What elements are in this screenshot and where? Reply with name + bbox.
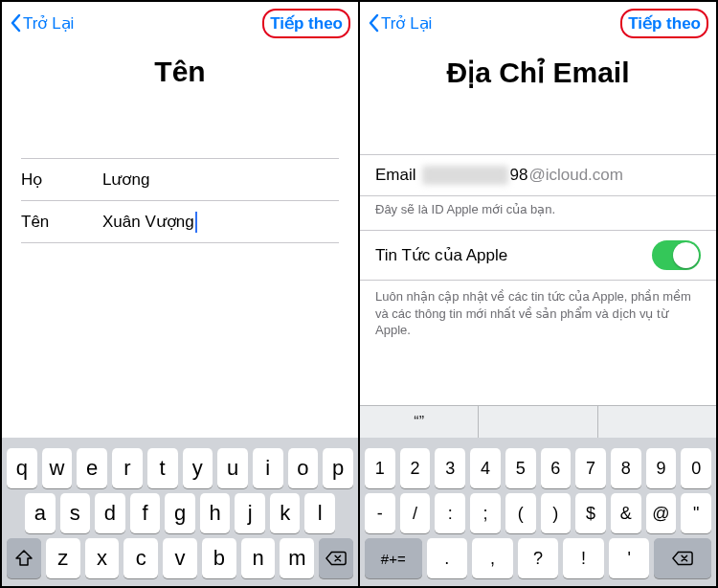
key-&[interactable]: & <box>611 493 641 533</box>
keyboard-suggestions[interactable]: “” <box>360 405 716 438</box>
screen-name-entry: Trở Lại Tiếp theo Tên Họ Lương Tên Xuân … <box>2 2 358 586</box>
backspace-key[interactable] <box>319 538 353 578</box>
key-,[interactable]: , <box>472 538 513 578</box>
back-label: Trở Lại <box>23 13 74 34</box>
key-@[interactable]: @ <box>646 493 677 533</box>
email-redacted <box>422 166 508 185</box>
toggle-description: Luôn nhận cập nhật về các tin tức của Ap… <box>360 281 716 347</box>
email-visible-suffix: 98 <box>510 166 528 185</box>
key-y[interactable]: y <box>183 448 213 488</box>
key-j[interactable]: j <box>235 493 265 533</box>
kb-row2: asdfghjkl <box>7 493 353 533</box>
shift-key[interactable] <box>7 538 41 578</box>
back-button[interactable]: Trở Lại <box>368 13 432 34</box>
key-i[interactable]: i <box>253 448 283 488</box>
apple-news-row: Tin Tức của Apple <box>360 230 716 281</box>
lastname-value[interactable]: Lương <box>102 170 339 190</box>
key-b[interactable]: b <box>202 538 236 578</box>
key-![interactable]: ! <box>563 538 604 578</box>
backspace-icon <box>325 550 347 567</box>
firstname-value[interactable]: Xuân Vượng <box>102 212 339 233</box>
kb-row3: #+=.,?!' <box>365 538 711 578</box>
lastname-row[interactable]: Họ Lương <box>21 159 339 201</box>
key-l[interactable]: l <box>304 493 335 533</box>
backspace-key[interactable] <box>654 538 711 578</box>
firstname-label: Tên <box>21 213 102 232</box>
email-row[interactable]: Email 98 @icloud.com <box>360 155 716 195</box>
key-.[interactable]: . <box>427 538 468 578</box>
key-n[interactable]: n <box>241 538 276 578</box>
key-h[interactable]: h <box>200 493 231 533</box>
next-button[interactable]: Tiếp theo <box>262 9 350 38</box>
key-q[interactable]: q <box>7 448 37 488</box>
email-domain: @icloud.com <box>528 166 623 185</box>
suggestion[interactable]: “” <box>360 406 478 438</box>
keyboard-qwerty[interactable]: qwertyuiop asdfghjkl zxcvbnm <box>2 438 358 586</box>
suggestion[interactable] <box>597 406 716 438</box>
keyboard-numeric[interactable]: 1234567890 -/:;()$&@" #+=.,?!' <box>360 438 716 586</box>
key-:[interactable]: : <box>435 493 465 533</box>
key-?[interactable]: ? <box>518 538 559 578</box>
key-z[interactable]: z <box>46 538 80 578</box>
back-button[interactable]: Trở Lại <box>10 13 74 34</box>
key-v[interactable]: v <box>163 538 197 578</box>
key-9[interactable]: 9 <box>646 448 677 488</box>
key-f[interactable]: f <box>130 493 161 533</box>
key-'[interactable]: ' <box>609 538 650 578</box>
kb-row2: -/:;()$&@" <box>365 493 711 533</box>
key-#+=[interactable]: #+= <box>365 538 422 578</box>
key-2[interactable]: 2 <box>400 448 431 488</box>
chevron-left-icon <box>368 13 379 33</box>
navbar: Trở Lại Tiếp theo <box>2 2 358 44</box>
email-label: Email <box>375 166 416 185</box>
key--[interactable]: - <box>365 493 395 533</box>
back-label: Trở Lại <box>381 13 432 34</box>
navbar: Trở Lại Tiếp theo <box>360 2 716 44</box>
key-m[interactable]: m <box>280 538 314 578</box>
key-$[interactable]: $ <box>575 493 606 533</box>
key-1[interactable]: 1 <box>365 448 395 488</box>
key-p[interactable]: p <box>323 448 353 488</box>
key-c[interactable]: c <box>123 538 158 578</box>
screen-email-entry: Trở Lại Tiếp theo Địa Chỉ Email Email 98… <box>358 2 716 586</box>
key-)[interactable]: ) <box>541 493 572 533</box>
key-3[interactable]: 3 <box>435 448 465 488</box>
lastname-label: Họ <box>21 170 102 190</box>
key-s[interactable]: s <box>60 493 91 533</box>
key-0[interactable]: 0 <box>681 448 711 488</box>
apple-news-toggle[interactable] <box>652 240 701 270</box>
key-r[interactable]: r <box>112 448 143 488</box>
key-u[interactable]: u <box>217 448 248 488</box>
key-o[interactable]: o <box>288 448 319 488</box>
page-title: Địa Chỉ Email <box>360 44 716 116</box>
toggle-label: Tin Tức của Apple <box>375 245 507 265</box>
key-w[interactable]: w <box>42 448 73 488</box>
kb-row1: qwertyuiop <box>7 448 353 488</box>
key-7[interactable]: 7 <box>575 448 606 488</box>
page-title: Tên <box>2 44 358 115</box>
shift-icon <box>13 550 34 567</box>
key-t[interactable]: t <box>147 448 178 488</box>
key-;[interactable]: ; <box>470 493 501 533</box>
kb-row3: zxcvbnm <box>7 538 353 578</box>
key-a[interactable]: a <box>25 493 56 533</box>
key-5[interactable]: 5 <box>505 448 536 488</box>
key-g[interactable]: g <box>165 493 195 533</box>
text-cursor <box>195 212 197 233</box>
backspace-icon <box>672 550 693 567</box>
key-k[interactable]: k <box>270 493 301 533</box>
key-8[interactable]: 8 <box>611 448 641 488</box>
chevron-left-icon <box>10 13 21 33</box>
suggestion[interactable] <box>478 406 596 438</box>
next-button[interactable]: Tiếp theo <box>620 9 708 38</box>
key-/[interactable]: / <box>400 493 431 533</box>
key-([interactable]: ( <box>505 493 536 533</box>
key-6[interactable]: 6 <box>541 448 572 488</box>
key-4[interactable]: 4 <box>470 448 501 488</box>
key-x[interactable]: x <box>85 538 120 578</box>
email-caption: Đây sẽ là ID Apple mới của bạn. <box>360 196 716 230</box>
key-"[interactable]: " <box>681 493 711 533</box>
firstname-row[interactable]: Tên Xuân Vượng <box>21 201 339 243</box>
key-e[interactable]: e <box>77 448 107 488</box>
key-d[interactable]: d <box>95 493 125 533</box>
